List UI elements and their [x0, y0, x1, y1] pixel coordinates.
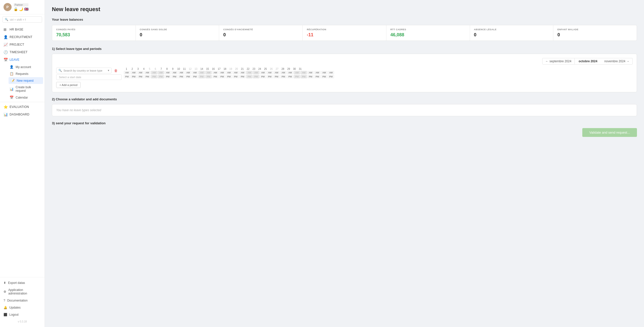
- balance-cards: CONGÉS PAYÉS 70,583 CONGÉS SANS SOLDE 0 …: [52, 25, 637, 41]
- pm-cell-7[interactable]: PM: [164, 75, 171, 78]
- updates-label: Updates: [9, 306, 21, 309]
- sidebar-item-create-bulk[interactable]: 📊 Create bulk request: [7, 84, 45, 94]
- sidebar-item-documentation[interactable]: ? Documentation: [0, 297, 45, 304]
- am-cell-3[interactable]: AM: [137, 71, 144, 74]
- sidebar-item-evaluation[interactable]: ⭐ EVALUATION: [0, 103, 45, 111]
- balance-absence-legale: ABSENCE LÉGALE 0: [470, 25, 554, 41]
- balance-label: CONGÉS PAYÉS: [56, 28, 131, 31]
- sidebar-item-label: RECRUITMENT: [10, 35, 32, 39]
- am-cell-29[interactable]: AM: [314, 71, 321, 74]
- pm-cell-3[interactable]: PM: [137, 75, 144, 78]
- leave-type-dropdown[interactable]: 🔍 Search by country or leave type ▾: [56, 68, 112, 73]
- balance-label: ABSENCE LÉGALE: [474, 28, 549, 31]
- am-cell-7[interactable]: AM: [164, 71, 171, 74]
- am-cell-14[interactable]: AM: [212, 71, 219, 74]
- pm-cell-11[interactable]: PM: [192, 75, 198, 78]
- pm-cell-4[interactable]: PM: [144, 75, 151, 78]
- sidebar-item-project[interactable]: 📈 PROJECT: [0, 41, 45, 48]
- add-period-button[interactable]: + Add a period: [56, 82, 81, 88]
- am-cell-16[interactable]: AM: [226, 71, 232, 74]
- chevron-down-icon: ▾: [108, 69, 109, 72]
- sidebar-item-app-admin[interactable]: ⚙ Application administration: [0, 286, 45, 297]
- calendar-nav: ← septembre 2024 octobre 2024 novembre 2…: [56, 58, 633, 65]
- am-cell-2[interactable]: AM: [130, 71, 137, 74]
- pm-cell-22[interactable]: PM: [266, 75, 273, 78]
- export-icon: ⬆: [4, 281, 6, 285]
- pm-cell-24[interactable]: PM: [280, 75, 287, 78]
- delete-row-button[interactable]: 🗑: [113, 68, 119, 73]
- pm-cell-29[interactable]: PM: [314, 75, 321, 78]
- am-cell-15[interactable]: AM: [219, 71, 225, 74]
- am-cell-9[interactable]: AM: [178, 71, 185, 74]
- sidebar-item-calendar[interactable]: 📅 Calendar: [7, 94, 45, 101]
- sidebar-item-timesheet[interactable]: 🕐 TIMESHEET: [0, 48, 45, 56]
- sub-item-label: Requests: [16, 72, 28, 76]
- am-cell-10[interactable]: AM: [185, 71, 191, 74]
- sidebar-item-label: HR BASE: [10, 28, 23, 31]
- sidebar-item-hr-base[interactable]: ⊞ HR BASE: [0, 26, 45, 33]
- pm-cell-17[interactable]: PM: [232, 75, 239, 78]
- am-cell-21[interactable]: AM: [260, 71, 266, 74]
- sidebar-item-label: LEAVE: [10, 58, 19, 62]
- sidebar-item-dashboard[interactable]: 📊 DASHBOARD: [0, 111, 45, 118]
- pm-cell-21[interactable]: PM: [260, 75, 266, 78]
- search-bar[interactable]: 🔍 ctrl + shift + f: [3, 16, 42, 23]
- validate-send-button[interactable]: Validate and send request...: [582, 128, 637, 137]
- am-cell-8[interactable]: AM: [171, 71, 178, 74]
- am-cell-4[interactable]: AM: [144, 71, 151, 74]
- am-cell-18[interactable]: AM: [239, 71, 246, 74]
- pm-cell-9[interactable]: PM: [178, 75, 185, 78]
- sidebar-item-leave[interactable]: 📅 LEAVE: [0, 56, 45, 64]
- start-date-picker[interactable]: Select a start date: [56, 74, 122, 80]
- am-cell-30[interactable]: AM: [321, 71, 327, 74]
- sidebar-item-requests[interactable]: 📋 Requests: [7, 70, 45, 77]
- prev-month-label: septembre 2024: [550, 60, 571, 63]
- am-cell-12: AM: [198, 71, 205, 74]
- pm-cell-18[interactable]: PM: [239, 75, 246, 78]
- pm-cell-10[interactable]: PM: [185, 75, 191, 78]
- sidebar-item-my-account[interactable]: 👤 My account: [7, 64, 45, 70]
- am-cell-6: AM: [158, 71, 164, 74]
- sidebar-item-new-request[interactable]: 📝 New request: [9, 77, 43, 84]
- balance-recuperation: RÉCUPÉRATION -11: [303, 25, 386, 41]
- next-month-button[interactable]: novembre 2024 →: [601, 58, 633, 65]
- balance-sans-solde: CONGÉS SANS SOLDE 0: [136, 25, 219, 41]
- am-cell-24[interactable]: AM: [280, 71, 287, 74]
- am-cell-22[interactable]: AM: [266, 71, 273, 74]
- am-cell-28[interactable]: AM: [307, 71, 314, 74]
- am-cell-11[interactable]: AM: [192, 71, 198, 74]
- prev-month-button[interactable]: ← septembre 2024: [542, 58, 575, 65]
- sidebar-item-recruitment[interactable]: 👤 RECRUITMENT: [0, 33, 45, 41]
- sidebar-item-logout[interactable]: ⬛ Logout: [0, 311, 45, 318]
- pm-cell-15[interactable]: PM: [219, 75, 225, 78]
- pm-cell-8[interactable]: PM: [171, 75, 178, 78]
- pm-cell-25[interactable]: PM: [287, 75, 293, 78]
- pm-cell-16[interactable]: PM: [226, 75, 232, 78]
- pm-cell-28[interactable]: PM: [307, 75, 314, 78]
- am-cell-17[interactable]: AM: [232, 71, 239, 74]
- am-cell-19: AM: [246, 71, 253, 74]
- am-cell-20: AM: [253, 71, 259, 74]
- pm-cell-30[interactable]: PM: [321, 75, 327, 78]
- arrow-left-icon: ←: [546, 60, 549, 63]
- row-controls: 🔍 Search by country or leave type ▾ 🗑 Se…: [56, 68, 122, 80]
- am-cell-23[interactable]: AM: [273, 71, 280, 74]
- pm-cell-14[interactable]: PM: [212, 75, 219, 78]
- am-cell-31[interactable]: AM: [328, 71, 334, 74]
- sidebar-item-export[interactable]: ⬆ Export datas: [0, 279, 45, 286]
- flag-icon: 🇬🇧: [24, 7, 28, 11]
- sidebar-item-updates[interactable]: 🔔 Updates: [0, 304, 45, 311]
- balance-rtt: RTT CADRES 46,088: [386, 25, 470, 41]
- avatar: P: [4, 3, 12, 11]
- version-label: v 0.3.18: [0, 318, 45, 325]
- pm-cell-23[interactable]: PM: [273, 75, 280, 78]
- pm-cell-2[interactable]: PM: [130, 75, 137, 78]
- am-cell-1[interactable]: AM: [124, 71, 130, 74]
- pm-row: PMPMPMPMPMPMPMPMPMPMPMPMPMPMPMPMPMPMPMPM…: [124, 75, 633, 78]
- pm-cell-31[interactable]: PM: [328, 75, 334, 78]
- pm-cell-1[interactable]: PM: [124, 75, 130, 78]
- step1-header: 1) Select leave type and periods: [52, 47, 637, 51]
- pm-cell-20: PM: [253, 75, 259, 78]
- balance-anciennete: CONGÉS D'ANCIENNETÉ 0: [219, 25, 303, 41]
- am-cell-25[interactable]: AM: [287, 71, 293, 74]
